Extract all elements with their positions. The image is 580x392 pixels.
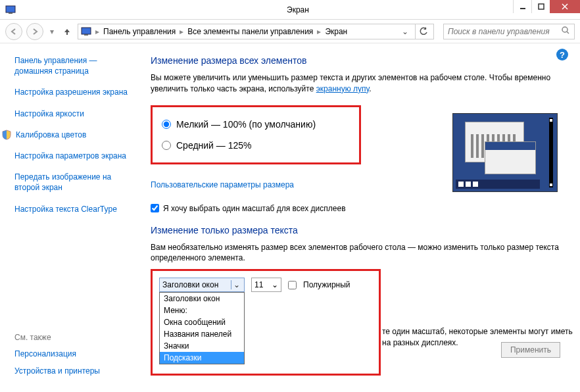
combo-option[interactable]: Меню: [160, 305, 244, 316]
heading-resize-all: Изменение размера всех элементов [151, 55, 564, 66]
sidebar-calibrate[interactable]: Калибровка цветов [14, 130, 133, 140]
maximize-button[interactable] [531, 0, 550, 13]
preview-image [452, 113, 558, 192]
svg-line-9 [567, 32, 569, 34]
breadcrumb-seg[interactable]: Панель управления [103, 27, 176, 36]
seealso-personalization[interactable]: Персонализация [14, 349, 139, 359]
address-bar[interactable]: ▸ Панель управления ▸ Все элементы панел… [78, 24, 434, 39]
combo-option[interactable]: Названия панелей [160, 328, 244, 340]
combo-option[interactable]: Заголовки окон [160, 293, 244, 305]
chevron-down-icon: ⌄ [272, 280, 278, 289]
chevron-right-icon: ▸ [178, 27, 185, 36]
history-dropdown[interactable]: ▾ [47, 27, 57, 36]
refresh-button[interactable] [415, 24, 431, 39]
single-scale-label[interactable]: Я хочу выбрать один масштаб для всех дис… [163, 204, 346, 213]
chevron-right-icon: ▸ [94, 27, 101, 36]
svg-rect-1 [9, 12, 12, 14]
element-dropdown-list: Заголовки окон Меню: Окна сообщений Назв… [159, 292, 245, 364]
shield-icon [1, 130, 12, 140]
description-2: Вам необязательно изменять размер всех э… [151, 242, 564, 264]
radio-small-label[interactable]: Мелкий — 100% (по умолчанию) [176, 119, 316, 130]
search-icon [561, 26, 570, 37]
combo-option[interactable]: Окна сообщений [160, 316, 244, 328]
bold-checkbox[interactable] [288, 281, 297, 289]
heading-text-only: Изменение только размера текста [151, 225, 564, 235]
custom-size-link[interactable]: Пользовательские параметры размера [151, 180, 294, 189]
svg-rect-7 [84, 34, 88, 36]
sidebar-home[interactable]: Панель управления — домашняя страница [14, 55, 133, 76]
back-button[interactable] [5, 23, 22, 40]
help-icon[interactable]: ? [556, 49, 568, 61]
radio-medium[interactable] [162, 141, 171, 150]
svg-rect-6 [82, 28, 91, 34]
sidebar-resolution[interactable]: Настройка разрешения экрана [14, 87, 133, 97]
magnifier-link[interactable]: экранную лупу [316, 84, 370, 93]
search-input[interactable] [448, 27, 561, 36]
breadcrumb-seg[interactable]: Все элементы панели управления [187, 27, 313, 36]
chevron-right-icon: ▸ [316, 27, 322, 36]
radio-medium-label[interactable]: Средний — 125% [176, 140, 252, 151]
description-1: Вы можете увеличить или уменьшить размер… [151, 72, 564, 95]
sidebar-brightness[interactable]: Настройка яркости [14, 109, 133, 119]
address-dropdown[interactable]: ⌄ [400, 27, 410, 36]
combo-option-highlighted[interactable]: Подсказки [160, 352, 244, 364]
sidebar-project[interactable]: Передать изображение на второй экран [14, 172, 133, 193]
svg-point-8 [562, 27, 568, 32]
up-button[interactable] [60, 25, 74, 38]
close-button[interactable] [550, 0, 580, 13]
highlight-box-2: Заголовки окон ⌄ Заголовки окон Меню: Ок… [151, 269, 381, 376]
chevron-down-icon: ⌄ [231, 280, 241, 289]
element-selected: Заголовки окон [162, 280, 218, 289]
apply-button[interactable]: Применить [501, 342, 560, 358]
sidebar-params[interactable]: Настройка параметров экрана [14, 151, 133, 161]
forward-button[interactable] [26, 23, 43, 40]
window-title: Экран [16, 5, 580, 14]
font-size-combo[interactable]: 11 ⌄ [251, 278, 281, 292]
search-box[interactable] [443, 24, 575, 39]
element-combo[interactable]: Заголовки окон ⌄ Заголовки окон Меню: Ок… [159, 278, 245, 292]
svg-rect-0 [6, 6, 15, 12]
svg-rect-3 [539, 4, 544, 9]
radio-small[interactable] [162, 120, 171, 129]
combo-option[interactable]: Значки [160, 340, 244, 352]
app-icon [5, 5, 16, 15]
breadcrumb-seg[interactable]: Экран [325, 27, 347, 36]
bold-label[interactable]: Полужирный [303, 280, 350, 289]
sidebar-cleartype[interactable]: Настройка текста ClearType [14, 204, 133, 214]
monitor-icon [81, 26, 91, 37]
seealso-heading: См. также [14, 333, 139, 342]
seealso-devices[interactable]: Устройства и принтеры [14, 366, 139, 376]
highlight-box-1: Мелкий — 100% (по умолчанию) Средний — 1… [151, 105, 361, 164]
minimize-button[interactable] [513, 0, 531, 13]
single-scale-checkbox[interactable] [151, 204, 159, 212]
